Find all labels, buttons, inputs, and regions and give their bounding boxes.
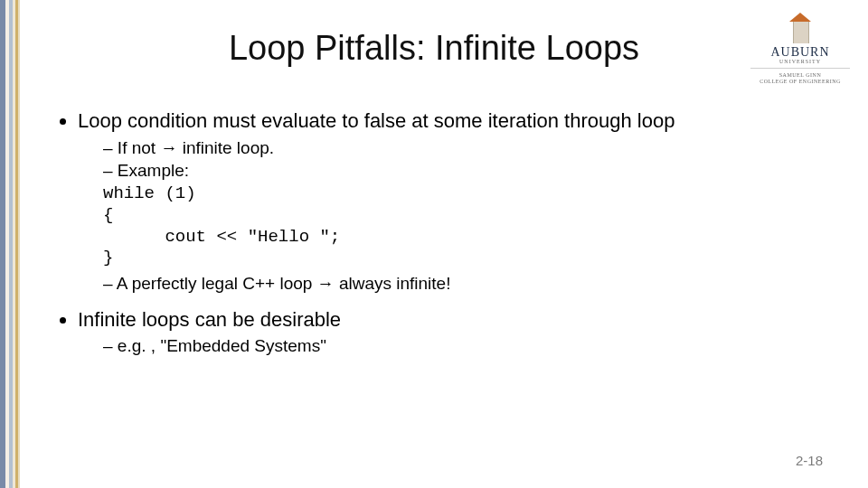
bullet-1-text: Loop condition must evaluate to false at…	[78, 109, 675, 132]
slide-title: Loop Pitfalls: Infinite Loops	[0, 29, 868, 68]
brand-college: SAMUEL GINN COLLEGE OF ENGINEERING	[750, 72, 850, 85]
slide-content: Loop condition must evaluate to false at…	[54, 108, 832, 370]
brand-divider	[750, 68, 850, 69]
left-accent-strip	[0, 0, 20, 488]
bullet-1-sub-3: A perfectly legal C++ loop → always infi…	[103, 273, 832, 295]
bullet-1-sub-2: Example:	[103, 160, 832, 182]
bullet-2-sub-1: e.g. , "Embedded Systems"	[103, 335, 832, 357]
bullet-2: Infinite loops can be desirable e.g. , "…	[78, 307, 832, 357]
page-number: 2-18	[796, 453, 823, 468]
bullet-2-text: Infinite loops can be desirable	[78, 308, 341, 331]
bullet-1-sub-1: If not → infinite loop.	[103, 137, 832, 159]
bullet-1: Loop condition must evaluate to false at…	[78, 108, 832, 295]
code-block: while (1) { cout << "Hello "; }	[103, 183, 832, 269]
